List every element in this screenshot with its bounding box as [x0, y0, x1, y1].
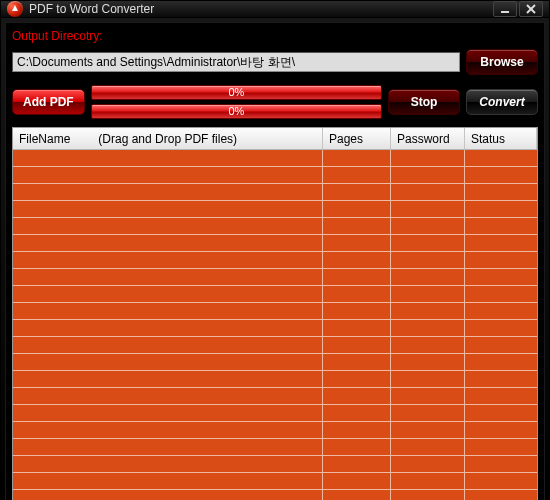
table-cell [13, 184, 323, 200]
table-cell [13, 150, 323, 166]
table-cell [391, 269, 465, 285]
table-cell [323, 320, 391, 336]
minimize-icon [500, 4, 510, 14]
table-cell [391, 303, 465, 319]
table-cell [13, 388, 323, 404]
convert-button[interactable]: Convert [466, 89, 538, 115]
table-row[interactable] [13, 422, 537, 439]
progress-bar-2: 0% [91, 104, 382, 119]
table-cell [323, 286, 391, 302]
table-cell [465, 354, 537, 370]
table-cell [323, 235, 391, 251]
table-cell [465, 388, 537, 404]
table-row[interactable] [13, 167, 537, 184]
table-cell [465, 439, 537, 455]
output-directory-input[interactable] [12, 52, 460, 72]
table-row[interactable] [13, 473, 537, 490]
table-cell [465, 286, 537, 302]
table-cell [391, 235, 465, 251]
content-area: Output Direcotry: Browse Add PDF 0% 0% S… [5, 22, 545, 500]
table-cell [391, 405, 465, 421]
table-row[interactable] [13, 320, 537, 337]
table-cell [465, 184, 537, 200]
output-directory-label: Output Direcotry: [12, 29, 538, 43]
table-cell [391, 201, 465, 217]
table-cell [323, 167, 391, 183]
table-cell [391, 167, 465, 183]
table-cell [323, 150, 391, 166]
browse-button[interactable]: Browse [466, 49, 538, 75]
table-row[interactable] [13, 286, 537, 303]
table-cell [391, 354, 465, 370]
table-cell [465, 303, 537, 319]
table-row[interactable] [13, 388, 537, 405]
table-cell [13, 218, 323, 234]
table-cell [13, 252, 323, 268]
table-row[interactable] [13, 269, 537, 286]
minimize-button[interactable] [493, 1, 517, 17]
table-row[interactable] [13, 252, 537, 269]
table-cell [391, 371, 465, 387]
col-password[interactable]: Password [391, 128, 465, 149]
table-cell [391, 337, 465, 353]
drag-drop-hint: (Drag and Drop PDF files) [98, 132, 237, 146]
table-cell [391, 252, 465, 268]
table-row[interactable] [13, 405, 537, 422]
table-cell [465, 473, 537, 489]
stop-button[interactable]: Stop [388, 89, 460, 115]
table-row[interactable] [13, 201, 537, 218]
file-table: FileName (Drag and Drop PDF files) Pages… [12, 127, 538, 500]
table-cell [13, 235, 323, 251]
table-cell [465, 405, 537, 421]
table-cell [323, 354, 391, 370]
table-cell [465, 201, 537, 217]
col-pages[interactable]: Pages [323, 128, 391, 149]
table-cell [13, 320, 323, 336]
table-row[interactable] [13, 303, 537, 320]
table-cell [323, 422, 391, 438]
table-cell [465, 167, 537, 183]
table-row[interactable] [13, 456, 537, 473]
table-cell [13, 201, 323, 217]
action-row: Add PDF 0% 0% Stop Convert [12, 85, 538, 119]
table-cell [13, 422, 323, 438]
table-cell [323, 490, 391, 500]
table-row[interactable] [13, 337, 537, 354]
svg-rect-0 [501, 11, 509, 13]
table-row[interactable] [13, 184, 537, 201]
table-cell [13, 167, 323, 183]
table-cell [323, 269, 391, 285]
add-pdf-button[interactable]: Add PDF [12, 89, 85, 115]
table-row[interactable] [13, 490, 537, 500]
table-cell [391, 286, 465, 302]
table-cell [465, 150, 537, 166]
table-row[interactable] [13, 218, 537, 235]
table-cell [13, 490, 323, 500]
app-icon [7, 1, 23, 17]
table-cell [391, 439, 465, 455]
table-cell [323, 456, 391, 472]
close-button[interactable] [519, 1, 543, 17]
table-cell [13, 473, 323, 489]
table-cell [13, 269, 323, 285]
table-cell [323, 371, 391, 387]
table-row[interactable] [13, 439, 537, 456]
table-cell [323, 337, 391, 353]
table-cell [465, 252, 537, 268]
table-cell [323, 201, 391, 217]
col-status[interactable]: Status [465, 128, 537, 149]
table-cell [465, 218, 537, 234]
table-row[interactable] [13, 235, 537, 252]
table-cell [323, 388, 391, 404]
table-cell [13, 337, 323, 353]
table-row[interactable] [13, 371, 537, 388]
table-cell [391, 388, 465, 404]
table-row[interactable] [13, 354, 537, 371]
table-cell [465, 456, 537, 472]
table-cell [323, 439, 391, 455]
output-row: Browse [12, 49, 538, 75]
table-cell [465, 371, 537, 387]
table-row[interactable] [13, 150, 537, 167]
table-body[interactable] [13, 150, 537, 500]
col-filename[interactable]: FileName (Drag and Drop PDF files) [13, 128, 323, 149]
